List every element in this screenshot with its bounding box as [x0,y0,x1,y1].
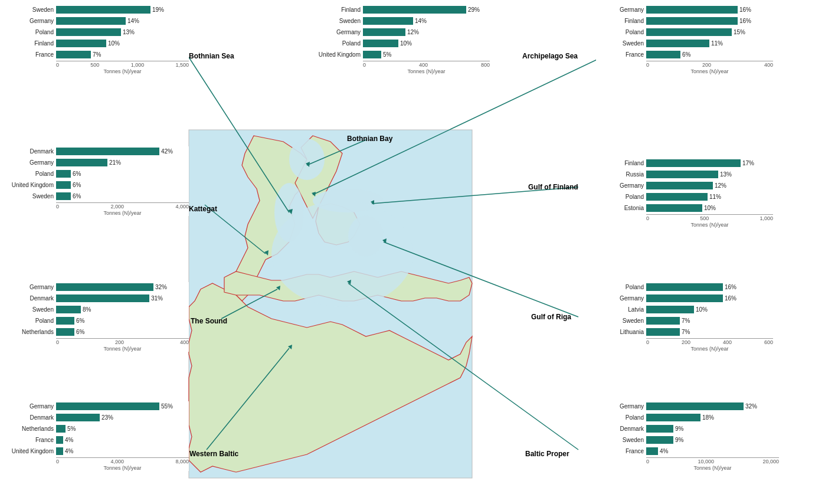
western-baltic-bars: Germany55% Denmark23% Netherlands5% Fran… [6,401,189,471]
gulf-of-riga-bars: Poland16% Germany16% Latvia10% Sweden7% … [596,282,773,352]
baltic-proper-chart: Germany32% Poland18% Denmark9% Sweden9% … [596,401,779,471]
svg-line-18 [207,348,289,450]
bothnian-bay-label: Bothnian Bay [347,135,392,143]
bothnian-bay-bars: Finland29% Sweden14% Germany12% Poland10… [313,5,490,74]
svg-marker-4 [316,204,360,245]
gulf-of-finland-label: Gulf of Finland [528,183,578,191]
svg-line-13 [313,57,602,195]
svg-point-6 [271,201,413,307]
svg-point-9 [289,139,325,180]
svg-marker-28 [347,280,351,284]
svg-point-8 [348,215,384,257]
svg-marker-21 [306,162,310,167]
bothnian-bay-chart: Finland29% Sweden14% Germany12% Poland10… [313,5,490,74]
svg-marker-25 [276,286,280,290]
kattegat-label: Kattegat [189,205,217,213]
bothnian-sea-bars: Sweden19% Germany14% Poland13% Finland10… [6,5,189,74]
svg-marker-3 [189,283,472,472]
western-baltic-chart: Germany55% Denmark23% Netherlands5% Fran… [6,401,189,471]
gulf-of-riga-chart: Poland16% Germany16% Latvia10% Sweden7% … [596,282,773,352]
svg-line-19 [348,283,578,450]
main-container: Sweden19% Germany14% Poland13% Finland10… [0,0,825,504]
bothnian-sea-label: Bothnian Sea [189,52,234,60]
western-baltic-label: Western Baltic [189,450,238,458]
svg-line-17 [384,242,578,317]
archipelago-sea-bars: Germany16% Finland16% Poland15% Sweden11… [596,5,773,74]
baltic-proper-label: Baltic Proper [525,450,569,458]
the-sound-chart: Germany32% Denmark31% Sweden8% Poland6% … [6,282,189,352]
svg-marker-22 [312,192,316,197]
kattegat-bars: Denmark42% Germany21% Poland6% United Ki… [6,146,189,216]
svg-marker-5 [224,271,472,301]
svg-point-7 [313,189,384,212]
svg-marker-23 [264,250,269,256]
the-sound-bars: Germany32% Denmark31% Sweden8% Poland6% … [6,282,189,352]
archipelago-sea-label: Archipelago Sea [522,52,578,60]
bothnian-sea-chart: Sweden19% Germany14% Poland13% Finland10… [6,5,189,74]
svg-line-16 [221,289,277,319]
kattegat-chart: Denmark42% Germany21% Poland6% United Ki… [6,146,189,216]
gulf-of-riga-label: Gulf of Riga [531,313,571,321]
svg-marker-20 [288,209,293,214]
archipelago-sea-chart: Germany16% Finland16% Poland15% Sweden11… [596,5,773,74]
gulf-of-finland-bars: Finland17% Russia13% Germany12% Poland11… [596,158,773,228]
svg-marker-26 [382,238,387,243]
svg-marker-24 [371,200,374,205]
the-sound-label: The Sound [191,317,227,325]
svg-line-11 [189,57,289,212]
svg-point-10 [274,183,304,242]
svg-rect-0 [189,130,472,478]
gulf-of-finland-chart: Finland17% Russia13% Germany12% Poland11… [596,158,773,228]
svg-marker-27 [288,345,292,349]
svg-line-12 [307,140,366,165]
svg-marker-1 [230,136,313,301]
baltic-proper-bars: Germany32% Poland18% Denmark9% Sweden9% … [596,401,779,471]
svg-marker-2 [295,136,342,218]
